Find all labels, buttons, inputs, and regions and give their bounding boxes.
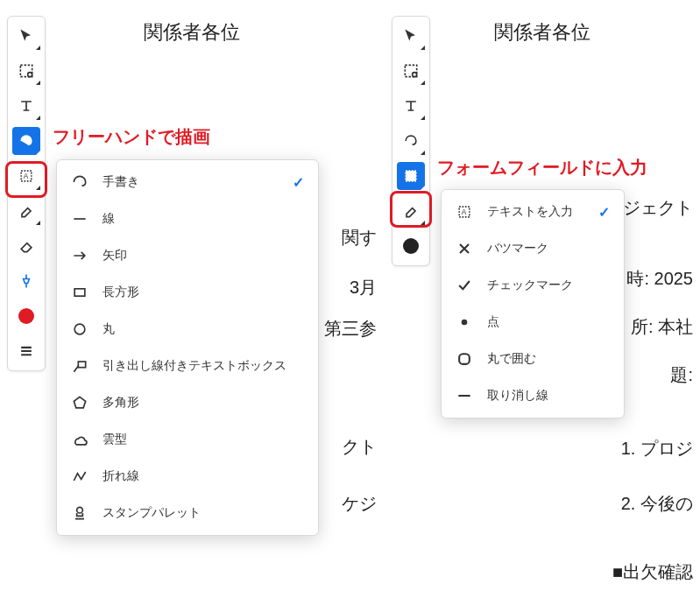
menu-item-label: 手書き [103,174,139,190]
check-icon: ✓ [293,174,304,191]
svg-point-1 [28,73,32,77]
fill-menu: A テキストを入力 ✓ バツマーク チェックマーク 点 丸で囲む 取り消し線 [441,189,625,419]
menu-line[interactable]: 線 [57,200,318,237]
menu-x-mark[interactable]: バツマーク [442,230,624,267]
svg-rect-4 [74,289,85,296]
x-icon [456,240,473,257]
svg-point-10 [413,73,417,77]
svg-marker-7 [74,397,85,408]
page-title: 関係者各位 [0,19,384,46]
polyline-icon [71,468,88,485]
menu-polygon[interactable]: 多角形 [57,384,318,421]
doc-text: 1. プロジ [621,435,693,461]
menu-polyline[interactable]: 折れ線 [57,458,318,495]
svg-point-5 [74,324,85,334]
menu-cloud[interactable]: 雲型 [57,421,318,458]
doc-text: 時: 2025 [626,265,693,292]
eraser-tool[interactable] [12,232,40,260]
menu-item-label: スタンプパレット [103,505,201,521]
svg-point-8 [77,507,83,513]
svg-text:A: A [462,208,467,216]
menu-item-label: 丸で囲む [487,351,536,367]
color-tool[interactable] [12,302,40,330]
highlight-tool[interactable] [397,197,425,225]
check-icon: ✓ [598,204,610,221]
menu-item-label: チェックマーク [487,278,573,293]
menu-item-label: 折れ線 [103,468,139,484]
menu-check-mark[interactable]: チェックマーク [442,267,624,304]
doc-text: 題: [670,362,693,388]
doc-text: クト [342,433,377,460]
text-fill-icon: A [456,203,473,221]
menu-dot[interactable]: 点 [442,304,624,341]
svg-point-15 [462,320,468,326]
svg-text:A: A [408,172,414,180]
right-toolbar: A [392,16,430,266]
menu-item-label: 矢印 [103,248,127,264]
marquee-tool[interactable] [397,57,425,85]
draw-menu: 手書き ✓ 線 矢印 長方形 丸 引き出し線付きテキストボックス 多角形 [56,159,319,536]
menu-item-label: 引き出し線付きテキストボックス [103,358,286,374]
select-tool[interactable] [12,22,40,50]
doc-text: ケジ [342,490,377,517]
page-title: 関係者各位 [385,19,700,46]
check-mark-icon [456,277,473,294]
menu-item-label: テキストを入力 [487,204,573,220]
callout-icon [71,357,88,375]
draw-tool[interactable] [397,127,425,155]
doc-text: 関す [342,224,377,250]
right-panel: 関係者各位 ジェクト 時: 2025 所: 本社 題: 1. プロジ 2. 今後… [384,0,700,612]
menu-item-label: 長方形 [103,285,139,300]
menu-text-fill[interactable]: A テキストを入力 ✓ [442,193,624,230]
left-panel: 関係者各位 関す 3月 第三参 クト ケジ A [0,0,384,612]
left-toolbar: A [7,16,46,371]
marquee-tool[interactable] [12,57,40,85]
annotation-label: フォームフィールドに入力 [437,156,647,179]
freehand-icon [71,173,88,191]
svg-text:A: A [24,172,29,180]
menu-arrow[interactable]: 矢印 [57,237,318,274]
pin-tool[interactable] [12,267,40,295]
doc-text: ジェクト [623,194,693,221]
circle-around-icon [456,350,473,368]
menu-tool[interactable] [12,337,40,365]
fill-sign-tool[interactable]: A [12,162,40,190]
menu-freehand[interactable]: 手書き ✓ [57,164,318,200]
menu-item-label: 雲型 [103,432,127,447]
doc-text: 2. 今後の [621,490,693,517]
strikethrough-icon [456,387,473,404]
menu-item-label: バツマーク [487,241,548,257]
annotation-label: フリーハンドで描画 [53,125,210,149]
menu-item-label: 線 [103,211,115,227]
color-dot-icon [403,238,419,254]
color-dot-icon [18,308,34,324]
doc-text: ■出欠確認 [612,559,693,585]
select-tool[interactable] [397,22,425,50]
doc-text: 所: 本社 [631,313,693,340]
menu-rect[interactable]: 長方形 [57,274,318,311]
cloud-icon [71,431,88,448]
arrow-icon [71,247,88,264]
doc-text: 3月 [350,274,377,300]
fill-sign-tool[interactable]: A [397,162,425,190]
polygon-icon [71,394,88,412]
color-tool[interactable] [397,232,425,260]
svg-rect-16 [459,354,470,364]
highlight-tool[interactable] [12,197,40,225]
menu-circle[interactable]: 丸 [57,311,318,348]
menu-stamp[interactable]: スタンプパレット [57,495,318,531]
menu-strikethrough[interactable]: 取り消し線 [442,377,624,414]
circle-icon [71,320,88,338]
svg-rect-6 [78,362,85,368]
text-tool[interactable] [12,92,40,120]
line-icon [71,210,88,228]
menu-item-label: 丸 [103,321,115,337]
menu-callout[interactable]: 引き出し線付きテキストボックス [57,348,318,384]
menu-circle-around[interactable]: 丸で囲む [442,341,624,377]
draw-tool[interactable] [12,127,40,155]
text-tool[interactable] [397,92,425,120]
menu-item-label: 取り消し線 [487,388,548,404]
menu-item-label: 多角形 [103,395,139,411]
doc-text: 第三参 [324,315,377,341]
rect-icon [71,284,88,301]
